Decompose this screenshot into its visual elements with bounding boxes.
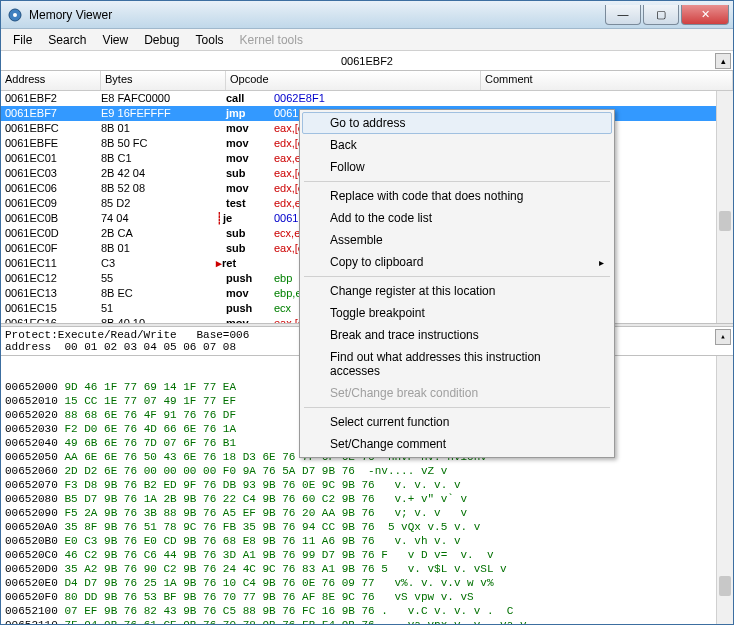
context-menu: Go to address Back Follow Replace with c… [299,109,615,458]
hex-row[interactable]: 006520A0 35 8F 9B 76 51 78 9C 76 FB 35 9… [5,520,729,534]
column-headers: Address Bytes Opcode Comment [1,71,733,91]
titlebar[interactable]: Memory Viewer — ▢ ✕ [1,1,733,29]
hex-row[interactable]: 00652070 F3 D8 9B 76 B2 ED 9F 76 DB 93 9… [5,478,729,492]
menu-search[interactable]: Search [40,31,94,49]
current-address: 0061EBF2 [341,55,393,67]
hex-scrollbar[interactable] [716,356,733,624]
menu-tools[interactable]: Tools [188,31,232,49]
separator [304,407,610,408]
hex-row[interactable]: 006520B0 E0 C3 9B 76 E0 CD 9B 76 68 E8 9… [5,534,729,548]
ctx-back[interactable]: Back [302,134,612,156]
close-button[interactable]: ✕ [681,5,729,25]
hex-row[interactable]: 006520C0 46 C2 9B 76 C6 44 9B 76 3D A1 9… [5,548,729,562]
header-bytes[interactable]: Bytes [101,71,226,90]
ctx-copy-clipboard[interactable]: Copy to clipboard▸ [302,251,612,273]
maximize-button[interactable]: ▢ [643,5,679,25]
hex-row[interactable]: 006520F0 80 DD 9B 76 53 BF 9B 76 70 77 9… [5,590,729,604]
ctx-replace-nop[interactable]: Replace with code that does nothing [302,185,612,207]
minimize-button[interactable]: — [605,5,641,25]
header-opcode[interactable]: Opcode [226,71,481,90]
hex-row[interactable]: 00652100 07 EF 9B 76 82 43 9B 76 C5 88 9… [5,604,729,618]
disasm-row[interactable]: 0061EBF2E8 FAFC0000call0062E8F1 [1,91,733,106]
hex-row[interactable]: 00652110 7F 94 9B 76 61 CE 9B 76 70 78 9… [5,618,729,624]
ctx-assemble[interactable]: Assemble [302,229,612,251]
hex-row[interactable]: 006520E0 D4 D7 9B 76 25 1A 9B 76 10 C4 9… [5,576,729,590]
ctx-follow[interactable]: Follow [302,156,612,178]
ctx-goto-address[interactable]: Go to address [302,112,612,134]
hex-scroll-up[interactable]: ▴ [715,329,731,345]
ctx-change-register[interactable]: Change register at this location [302,280,612,302]
ctx-set-comment[interactable]: Set/Change comment [302,433,612,455]
ctx-select-function[interactable]: Select current function [302,411,612,433]
menu-debug[interactable]: Debug [136,31,187,49]
ctx-toggle-breakpoint[interactable]: Toggle breakpoint [302,302,612,324]
ctx-add-code-list[interactable]: Add to the code list [302,207,612,229]
header-comment[interactable]: Comment [481,71,733,90]
hex-row[interactable]: 00652080 B5 D7 9B 76 1A 2B 9B 76 22 C4 9… [5,492,729,506]
menu-view[interactable]: View [94,31,136,49]
app-icon [7,7,23,23]
chevron-right-icon: ▸ [599,257,604,268]
ctx-break-trace[interactable]: Break and trace instructions [302,324,612,346]
scroll-up-button[interactable]: ▴ [715,53,731,69]
hex-row[interactable]: 00652090 F5 2A 9B 76 3B 88 9B 76 A5 EF 9… [5,506,729,520]
disasm-scrollbar[interactable] [716,91,733,323]
ctx-find-accesses[interactable]: Find out what addresses this instruction… [302,346,612,382]
svg-point-1 [13,13,17,17]
menu-file[interactable]: File [5,31,40,49]
ctx-set-break-condition: Set/Change break condition [302,382,612,404]
menubar: File Search View Debug Tools Kernel tool… [1,29,733,51]
address-bar: 0061EBF2 ▴ [1,51,733,71]
hex-row[interactable]: 006520D0 35 A2 9B 76 90 C2 9B 76 24 4C 9… [5,562,729,576]
separator [304,181,610,182]
hex-row[interactable]: 00652060 2D D2 6E 76 00 00 00 00 F0 9A 7… [5,464,729,478]
menu-kernel-tools[interactable]: Kernel tools [232,31,311,49]
header-address[interactable]: Address [1,71,101,90]
window-title: Memory Viewer [29,8,603,22]
separator [304,276,610,277]
